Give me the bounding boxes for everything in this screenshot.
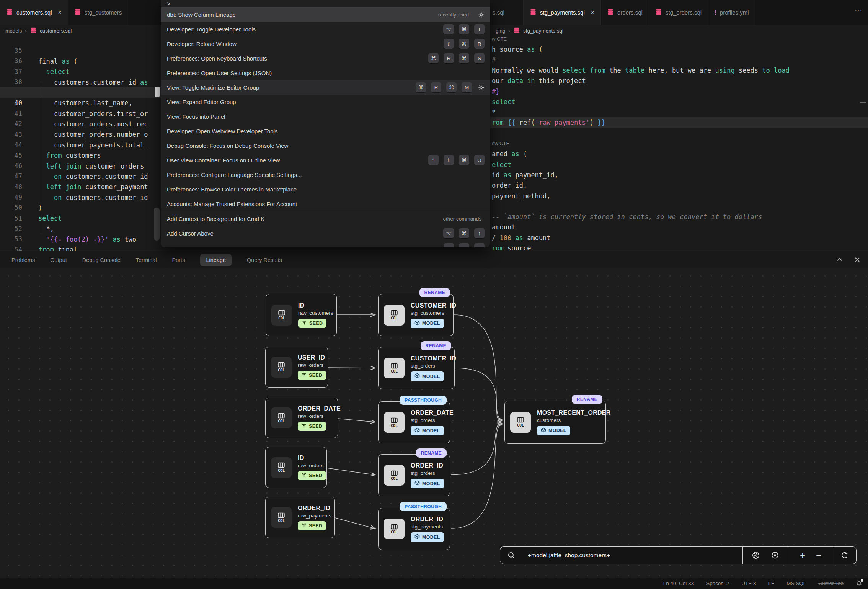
- code-line[interactable]: amount: [490, 222, 868, 232]
- code-line[interactable]: our data in this project: [490, 75, 868, 86]
- breadcrumb-file[interactable]: stg_payments.sql: [523, 28, 563, 34]
- code-line-37[interactable]: 37 customers.customer_id as: [0, 56, 161, 66]
- more-tabs-button[interactable]: ⋯: [855, 6, 863, 15]
- panel-tab-output[interactable]: Output: [50, 257, 67, 263]
- code-line[interactable]: Normally we would select from the table …: [490, 65, 868, 76]
- code-line-39[interactable]: 39 customers.last_name,: [0, 76, 161, 87]
- command-item[interactable]: User View Container: Focus on Outline Vi…: [161, 153, 490, 167]
- command-palette-input[interactable]: >: [161, 0, 490, 7]
- aperture-icon[interactable]: [752, 551, 760, 560]
- lineage-node-id-raw_customers[interactable]: COL ID raw_customersSEED: [266, 294, 337, 336]
- code-line-48[interactable]: 48 on customers.customer_id: [0, 171, 161, 182]
- command-item[interactable]: Add Cursor Above ⌥⌘↑: [161, 226, 490, 241]
- codelens[interactable]: ew CTE: [490, 138, 868, 149]
- code-line-51[interactable]: 51 *,: [0, 202, 161, 213]
- code-line-50[interactable]: 50 select: [0, 191, 161, 202]
- tab-stg_orders-sql[interactable]: stg_orders.sql: [649, 0, 708, 25]
- lineage-node-id-raw_orders[interactable]: COL ID raw_ordersSEED: [265, 447, 327, 488]
- panel-tab-terminal[interactable]: Terminal: [136, 257, 157, 263]
- breadcrumb-folder[interactable]: ging: [496, 28, 506, 34]
- code-editor-stg-payments[interactable]: w CTEh source as (#-Normally we would se…: [490, 34, 868, 251]
- code-line[interactable]: select: [490, 97, 868, 107]
- status-item-ln-40-col-33[interactable]: Ln 40, Col 33: [663, 581, 694, 586]
- codelens[interactable]: w CTE: [490, 34, 868, 44]
- tab-customers-sql[interactable]: customers.sql ×: [0, 0, 68, 25]
- code-line-53[interactable]: 53 from final: [0, 223, 161, 234]
- refresh-icon[interactable]: [840, 551, 849, 560]
- status-item-lf[interactable]: LF: [768, 581, 774, 586]
- command-item[interactable]: View: Focus into Panel: [161, 109, 490, 124]
- code-line[interactable]: #-: [490, 55, 868, 65]
- code-editor-customers[interactable]: 35 final as ( 36 select 37 customers.cus…: [0, 34, 161, 251]
- status-item-ms-sql[interactable]: MS SQL: [786, 581, 806, 586]
- panel-tab-problems[interactable]: Problems: [11, 257, 35, 263]
- command-item[interactable]: Add Context to Background for Cmd K othe…: [161, 211, 490, 226]
- code-line-54[interactable]: 54: [0, 234, 161, 244]
- zoom-in-button[interactable]: +: [800, 551, 805, 560]
- status-item-utf-8[interactable]: UTF-8: [741, 581, 756, 586]
- code-line-45[interactable]: 45 left join customer_orders: [0, 139, 161, 150]
- zoom-out-button[interactable]: −: [816, 551, 821, 560]
- command-item[interactable]: Preferences: Browse Color Themes in Mark…: [161, 182, 490, 196]
- tab-orders-sql[interactable]: orders.sql: [601, 0, 649, 25]
- panel-tab-query-results[interactable]: Query Results: [247, 257, 282, 263]
- lineage-node-order_id-stg_orders[interactable]: RENAME COL ORDER_ID stg_ordersMODEL: [378, 454, 450, 496]
- code-line-46[interactable]: 46 on customers.customer_id: [0, 150, 161, 160]
- command-item[interactable]: Debug Console: Focus on Debug Console Vi…: [161, 138, 490, 153]
- lineage-node-order_date-stg_orders[interactable]: PASSTHROUGH COL ORDER_DATE stg_ordersMOD…: [378, 401, 450, 443]
- command-item[interactable]: Preferences: Configure Language Specific…: [161, 167, 490, 182]
- lineage-node-customer_id-stg_customers[interactable]: RENAME COL CUSTOMER_ID stg_customersMODE…: [378, 294, 454, 336]
- lineage-node-customer_id-stg_orders[interactable]: RENAME COL CUSTOMER_ID stg_ordersMODEL: [378, 347, 455, 389]
- code-line[interactable]: amed as (: [490, 149, 868, 159]
- breadcrumb-folder[interactable]: models: [5, 28, 22, 34]
- lineage-node-order_id-raw_payments[interactable]: COL ORDER_ID raw_paymentsSEED: [265, 497, 335, 538]
- code-line[interactable]: [490, 128, 868, 139]
- chevron-up-icon[interactable]: [836, 256, 844, 265]
- lineage-node-order_id-stg_payments[interactable]: PASSTHROUGH COL ORDER_ID stg_paymentsMOD…: [378, 508, 450, 550]
- code-line[interactable]: *: [490, 107, 868, 118]
- code-line-43[interactable]: 43 customer_payments.total_: [0, 118, 161, 129]
- code-line[interactable]: payment_method,: [490, 191, 868, 201]
- code-line-36[interactable]: 36 select: [0, 45, 161, 56]
- code-line-35[interactable]: 35 final as (: [0, 34, 161, 45]
- panel-tab-debug-console[interactable]: Debug Console: [82, 257, 121, 263]
- code-line-47[interactable]: 47 left join customer_payment: [0, 160, 161, 171]
- lineage-node-most_recent_order-customers[interactable]: RENAME COL MOST_RECENT_ORDER customersMO…: [504, 401, 606, 444]
- code-line[interactable]: [490, 201, 868, 212]
- code-line-52[interactable]: 52 '{{- foo(2) -}}' as two: [0, 213, 161, 223]
- command-item[interactable]: Preferences: Open User Settings (JSON): [161, 65, 490, 80]
- code-line-41[interactable]: 41 customer_orders.most_rec: [0, 97, 161, 108]
- status-item-cursor-tab[interactable]: Cursor Tab: [818, 581, 844, 586]
- scrollbar-slider[interactable]: [154, 208, 160, 241]
- code-line[interactable]: -- `amount` is currently stored in cents…: [490, 211, 868, 222]
- code-line-42[interactable]: 42 customer_orders.number_o: [0, 108, 161, 118]
- panel-tab-ports[interactable]: Ports: [172, 257, 185, 263]
- code-line[interactable]: rom {{ ref('raw_payments') }}: [490, 117, 868, 128]
- command-item[interactable]: Developer: Open Webview Developer Tools: [161, 124, 490, 138]
- gear-icon[interactable]: [478, 84, 485, 91]
- code-line[interactable]: id as payment_id,: [490, 170, 868, 180]
- code-line-49[interactable]: 49 ): [0, 181, 161, 192]
- gear-icon[interactable]: [478, 11, 485, 18]
- close-icon[interactable]: ×: [58, 9, 62, 16]
- command-item[interactable]: Accounts: Manage Trusted Extensions For …: [161, 196, 490, 211]
- lineage-search-input[interactable]: [522, 547, 742, 564]
- command-item[interactable]: Developer: Reload Window ⇧⌘R: [161, 36, 490, 51]
- code-line[interactable]: h source as (: [490, 44, 868, 55]
- command-item[interactable]: Developer: Toggle Developer Tools ⌥⌘I: [161, 22, 490, 36]
- close-icon[interactable]: [853, 256, 861, 265]
- tab-stg_customers[interactable]: stg_customers: [68, 0, 129, 25]
- code-line[interactable]: / 100 as amount: [490, 232, 868, 243]
- breadcrumb-file[interactable]: customers.sql: [40, 28, 72, 34]
- panel-tab-lineage[interactable]: Lineage: [200, 254, 232, 266]
- code-line-40[interactable]: 40 customer_orders.first_or: [0, 87, 161, 98]
- status-item-spaces-2[interactable]: Spaces: 2: [706, 581, 729, 586]
- target-icon[interactable]: [771, 551, 779, 560]
- code-line[interactable]: elect: [490, 159, 868, 170]
- tab-s-sql[interactable]: s.sql: [490, 0, 524, 25]
- lineage-node-order_date-raw_orders[interactable]: COL ORDER_DATE raw_ordersSEED: [265, 398, 338, 438]
- command-item[interactable]: [161, 241, 490, 247]
- command-item[interactable]: Preferences: Open Keyboard Shortcuts ⌘R⌘…: [161, 51, 490, 65]
- code-line[interactable]: order_id,: [490, 180, 868, 191]
- code-line-44[interactable]: 44 from customers: [0, 129, 161, 139]
